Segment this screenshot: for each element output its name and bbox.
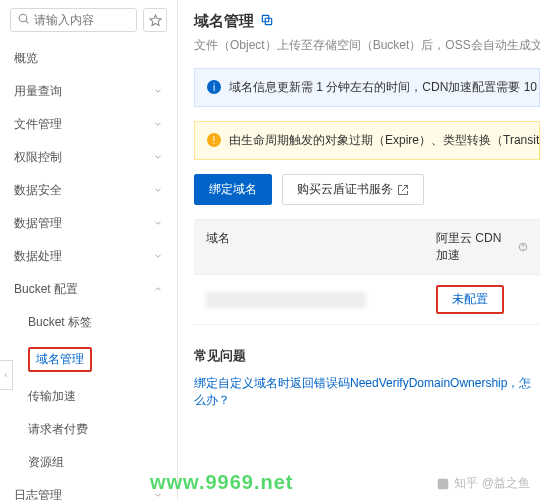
nav-permission[interactable]: 权限控制 — [0, 141, 177, 174]
warning-icon: ! — [207, 133, 221, 147]
chevron-down-icon — [153, 184, 163, 198]
domain-table: 域名 阿里云 CDN 加速 未配置 — [194, 219, 540, 325]
copy-icon[interactable] — [260, 13, 274, 30]
nav-sub-bucket-tag[interactable]: Bucket 标签 — [0, 306, 177, 339]
table-header-domain: 域名 — [194, 220, 424, 274]
alert-warning: ! 由生命周期触发的对象过期（Expire）、类型转换（TransitionSt… — [194, 121, 540, 160]
main-content: 域名管理 文件（Object）上传至存储空间（Bucket）后，OSS会自动生成… — [178, 0, 540, 500]
faq-link[interactable]: 绑定自定义域名时返回错误码NeedVerifyDomainOwnership，怎… — [194, 375, 540, 409]
chevron-down-icon — [153, 250, 163, 264]
nav-redundancy[interactable]: 数据管理 — [0, 207, 177, 240]
redacted-domain — [206, 292, 366, 308]
favorite-button[interactable] — [143, 8, 167, 32]
table-header-cdn: 阿里云 CDN 加速 — [424, 220, 540, 274]
nav-sub-domain[interactable]: 域名管理 — [0, 339, 177, 380]
cdn-not-configured-link[interactable]: 未配置 — [436, 285, 504, 314]
svg-line-1 — [26, 21, 28, 23]
svg-marker-2 — [150, 15, 161, 25]
search-icon — [17, 12, 30, 28]
buy-cert-button[interactable]: 购买云盾证书服务 — [282, 174, 424, 205]
sidebar-collapse-handle[interactable] — [0, 360, 13, 390]
nav-bucket-config[interactable]: Bucket 配置 — [0, 273, 177, 306]
info-icon: i — [207, 80, 221, 94]
chevron-down-icon — [153, 489, 163, 501]
chevron-down-icon — [153, 217, 163, 231]
nav-sub-resource-group[interactable]: 资源组 — [0, 446, 177, 479]
external-link-icon — [397, 184, 409, 196]
nav-overview[interactable]: 概览 — [0, 42, 177, 75]
nav-sub-transfer[interactable]: 传输加速 — [0, 380, 177, 413]
page-title: 域名管理 — [194, 12, 540, 31]
sidebar: 概览 用量查询 文件管理 权限控制 数据安全 数据管理 数据处理 Bucket … — [0, 0, 178, 500]
nav-sub-requester-pays[interactable]: 请求者付费 — [0, 413, 177, 446]
chevron-up-icon — [153, 283, 163, 297]
chevron-down-icon — [153, 85, 163, 99]
search-box[interactable] — [10, 8, 137, 32]
chevron-down-icon — [153, 151, 163, 165]
nav-log[interactable]: 日志管理 — [0, 479, 177, 500]
faq-title: 常见问题 — [194, 347, 540, 365]
alert-info: i 域名信息更新需 1 分钟左右的时间，CDN加速配置需要 10 分钟左右时间 — [194, 68, 540, 107]
nav-security[interactable]: 数据安全 — [0, 174, 177, 207]
table-row: 未配置 — [194, 275, 540, 325]
nav-process[interactable]: 数据处理 — [0, 240, 177, 273]
bind-domain-button[interactable]: 绑定域名 — [194, 174, 272, 205]
page-description: 文件（Object）上传至存储空间（Bucket）后，OSS会自动生成文件URL… — [194, 37, 540, 54]
nav-usage[interactable]: 用量查询 — [0, 75, 177, 108]
search-input[interactable] — [34, 13, 130, 27]
nav-files[interactable]: 文件管理 — [0, 108, 177, 141]
help-icon[interactable] — [518, 241, 528, 253]
svg-point-0 — [19, 14, 27, 22]
chevron-down-icon — [153, 118, 163, 132]
